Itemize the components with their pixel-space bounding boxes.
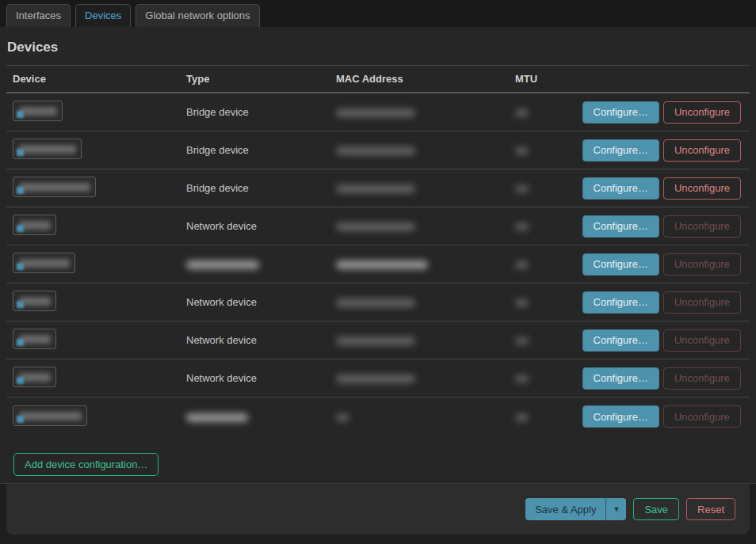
configure-button[interactable]: Configure…	[582, 405, 659, 428]
mtu-cell	[509, 258, 575, 270]
port-status-icon	[17, 187, 24, 194]
redacted-device-name	[19, 412, 82, 420]
configure-button[interactable]: Configure…	[582, 329, 659, 352]
port-status-icon	[17, 416, 24, 423]
device-cell	[6, 139, 180, 162]
redacted-device-name	[19, 183, 90, 192]
header-type: Type	[180, 73, 330, 85]
mac-cell	[330, 372, 509, 384]
save-apply-dropdown[interactable]: ▼	[606, 498, 626, 520]
mtu-cell	[509, 334, 575, 346]
mtu-cell	[509, 106, 575, 118]
tab-global-network-options[interactable]: Global network options	[136, 4, 259, 27]
device-badge	[13, 291, 56, 311]
unconfigure-button[interactable]: Unconfigure	[663, 101, 741, 124]
mtu-cell	[509, 296, 575, 308]
mac-cell	[330, 296, 509, 308]
redacted-device-name	[19, 297, 51, 306]
table-row: Network device Configure… Unconfigure	[6, 359, 750, 398]
mtu-cell	[509, 372, 575, 384]
save-apply-button[interactable]: Save & Apply	[525, 498, 605, 520]
device-badge	[13, 329, 56, 349]
redacted-device-name	[19, 107, 57, 116]
type-cell: Network device	[180, 220, 330, 232]
port-status-icon	[17, 301, 24, 308]
redacted-device-name	[19, 335, 51, 344]
redacted-mac	[336, 299, 415, 307]
devices-table: Device Type MAC Address MTU Bridge devic…	[6, 65, 750, 436]
configure-button[interactable]: Configure…	[582, 101, 659, 124]
actions-cell: Configure… Unconfigure	[575, 405, 750, 428]
redacted-mac	[336, 223, 415, 231]
unconfigure-button: Unconfigure	[663, 329, 741, 352]
table-row: Network device Configure… Unconfigure	[6, 207, 750, 245]
page-actions-bar: Save & Apply ▼ Save Reset	[6, 484, 750, 534]
unconfigure-button[interactable]: Unconfigure	[663, 177, 741, 200]
device-cell	[6, 367, 180, 390]
device-badge	[13, 101, 63, 121]
table-header-row: Device Type MAC Address MTU	[6, 65, 750, 93]
configure-button[interactable]: Configure…	[582, 291, 659, 314]
table-row: Bridge device Configure… Unconfigure	[6, 169, 750, 207]
page-title: Devices	[7, 40, 750, 55]
redacted-mtu	[515, 261, 529, 268]
redacted-device-name	[19, 259, 70, 268]
tab-devices[interactable]: Devices	[75, 4, 131, 27]
table-row: Bridge device Configure… Unconfigure	[6, 131, 750, 169]
redacted-type	[186, 413, 248, 422]
type-cell: Bridge device	[180, 144, 330, 156]
header-device: Device	[6, 73, 180, 85]
configure-button[interactable]: Configure…	[582, 367, 659, 390]
mtu-cell	[509, 411, 575, 423]
type-cell	[180, 411, 330, 423]
tab-interfaces[interactable]: Interfaces	[6, 4, 71, 27]
configure-button[interactable]: Configure…	[582, 215, 659, 238]
reset-button[interactable]: Reset	[686, 498, 735, 520]
device-cell	[6, 177, 180, 200]
redacted-mtu	[515, 299, 529, 306]
redacted-mtu	[515, 109, 529, 116]
unconfigure-button[interactable]: Unconfigure	[663, 139, 741, 162]
redacted-mtu	[515, 147, 529, 154]
mac-cell	[330, 258, 509, 270]
device-cell	[6, 101, 180, 124]
footer: Save & Apply ▼ Save Reset	[0, 483, 756, 534]
actions-cell: Configure… Unconfigure	[575, 139, 750, 162]
redacted-mac	[336, 337, 415, 345]
chevron-down-icon: ▼	[613, 505, 620, 513]
configure-button[interactable]: Configure…	[582, 139, 659, 162]
actions-cell: Configure… Unconfigure	[575, 215, 750, 238]
configure-button[interactable]: Configure…	[582, 177, 659, 200]
device-badge	[13, 405, 87, 426]
type-cell: Bridge device	[180, 182, 330, 194]
redacted-mac	[336, 261, 428, 269]
redacted-device-name	[19, 221, 51, 230]
unconfigure-button: Unconfigure	[663, 367, 741, 390]
redacted-mtu	[515, 375, 529, 382]
device-badge	[13, 177, 96, 197]
mac-cell	[330, 182, 509, 194]
save-apply-split-button: Save & Apply ▼	[525, 498, 626, 520]
device-cell	[6, 215, 180, 238]
port-status-icon	[17, 111, 24, 118]
device-badge	[13, 215, 56, 235]
save-button[interactable]: Save	[633, 498, 679, 520]
port-status-icon	[17, 263, 24, 270]
redacted-device-name	[19, 373, 51, 382]
table-row: Configure… Unconfigure	[6, 245, 750, 283]
redacted-mtu	[515, 185, 529, 192]
actions-cell: Configure… Unconfigure	[575, 329, 750, 352]
configure-button[interactable]: Configure…	[582, 253, 659, 276]
mtu-cell	[509, 182, 575, 194]
unconfigure-button: Unconfigure	[663, 405, 741, 428]
device-badge	[13, 367, 56, 387]
redacted-mac	[336, 375, 415, 383]
port-status-icon	[17, 149, 24, 156]
redacted-mtu	[515, 223, 529, 230]
add-device-configuration-button[interactable]: Add device configuration…	[13, 453, 158, 476]
actions-cell: Configure… Unconfigure	[575, 291, 750, 314]
device-cell	[6, 329, 180, 352]
mac-cell	[330, 220, 509, 232]
device-badge	[13, 253, 75, 273]
mac-cell	[330, 334, 509, 346]
